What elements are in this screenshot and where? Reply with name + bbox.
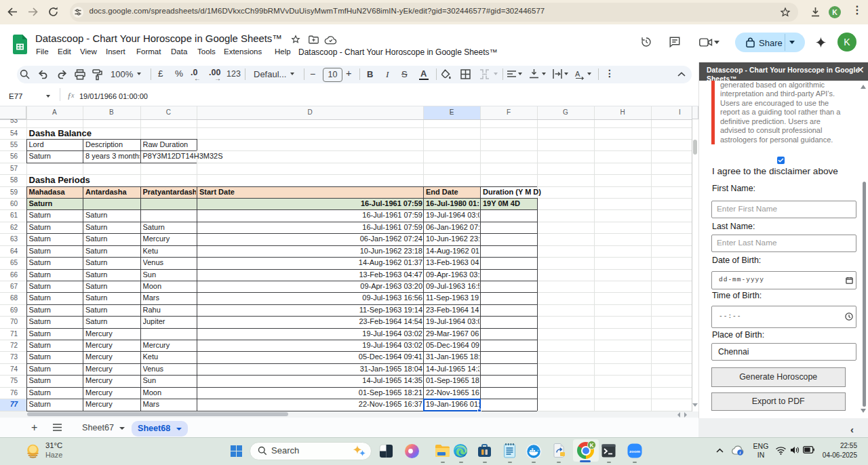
svg-text:zoom: zoom bbox=[629, 449, 641, 453]
svg-text:i: i bbox=[740, 450, 741, 455]
svg-text:A: A bbox=[575, 70, 580, 78]
